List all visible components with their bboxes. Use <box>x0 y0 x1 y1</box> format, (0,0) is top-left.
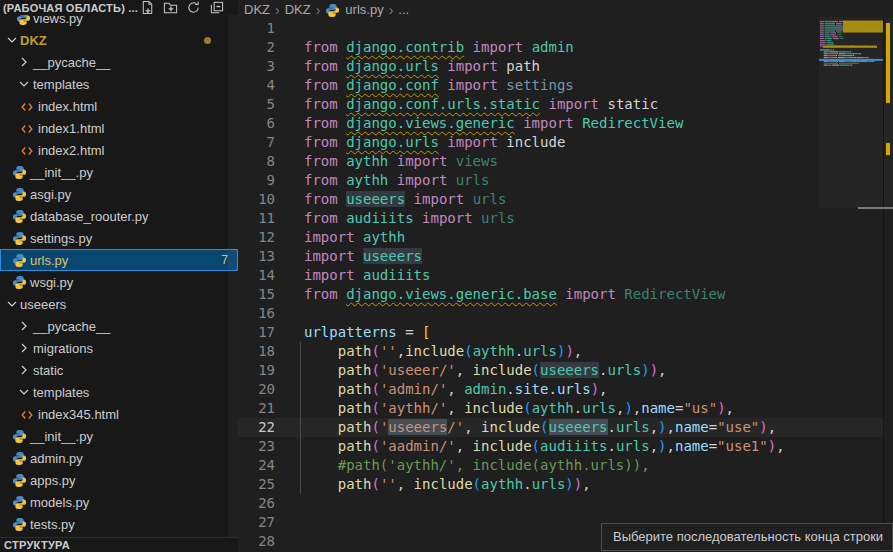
python-file-icon <box>12 495 28 511</box>
tree-item-index1-html[interactable]: index1.html <box>0 117 238 139</box>
warning-marker <box>886 23 890 103</box>
tree-item-label: models.py <box>30 495 89 510</box>
tree-item-label: database_roouter.py <box>30 209 149 224</box>
code-text: from django.views.generic.base import Re… <box>304 285 725 304</box>
tree-item-database-roouter-py[interactable]: database_roouter.py <box>0 205 238 227</box>
code-area[interactable]: 12from django.contrib import admin3from … <box>238 0 893 552</box>
code-text: from audiiits import urls <box>304 209 515 228</box>
code-text: path('admin/', admin.site.urls), <box>304 380 608 399</box>
line-number[interactable]: 12 <box>240 228 275 247</box>
line-number[interactable]: 27 <box>240 513 275 532</box>
line-number[interactable]: 2 <box>240 38 275 57</box>
line-number[interactable]: 22 <box>240 418 275 437</box>
python-file-icon <box>12 429 28 445</box>
line-number[interactable]: 4 <box>240 76 275 95</box>
code-text: import aythh <box>304 228 405 247</box>
code-text: #path('aythh/', include(aythh.urls)), <box>304 456 650 475</box>
line-number[interactable]: 19 <box>240 361 275 380</box>
line-number[interactable]: 10 <box>240 190 275 209</box>
tree-item-index-html[interactable]: index.html <box>0 95 238 117</box>
code-text: from aythh import urls <box>304 171 489 190</box>
tree-item-wsgi-py[interactable]: wsgi.py <box>0 271 238 293</box>
cursor-marker <box>858 207 893 209</box>
tree-item--pycache-[interactable]: __pycache__ <box>0 51 238 73</box>
line-number[interactable]: 3 <box>240 57 275 76</box>
line-number[interactable]: 6 <box>240 114 275 133</box>
line-number[interactable]: 8 <box>240 152 275 171</box>
tree-item-label: __pycache__ <box>33 319 110 334</box>
code-text: path('', include(aythh.urls)), <box>304 475 591 494</box>
line-number[interactable]: 16 <box>240 304 275 323</box>
line-number[interactable]: 7 <box>240 133 275 152</box>
line-number[interactable]: 11 <box>240 209 275 228</box>
tree-item--init-py[interactable]: __init__.py <box>0 161 238 183</box>
python-file-icon <box>12 165 28 181</box>
tree-item-templates[interactable]: templates <box>0 381 238 403</box>
line-number[interactable]: 9 <box>240 171 275 190</box>
line-number[interactable]: 5 <box>240 95 275 114</box>
refresh-explorer-icon[interactable] <box>185 0 201 15</box>
tree-item-static[interactable]: static <box>0 359 238 381</box>
chevron-right-icon <box>16 54 32 70</box>
line-number[interactable]: 24 <box>240 456 275 475</box>
chevron-right-icon <box>16 318 32 334</box>
line-number[interactable]: 17 <box>240 323 275 342</box>
chevron-right-icon <box>16 362 32 378</box>
outline-section-header[interactable]: СТРУКТУРА <box>0 537 238 552</box>
sidebar-scrollbar[interactable] <box>228 15 238 537</box>
file-tree: views.pyDKZ__pycache__templatesindex.htm… <box>0 0 238 537</box>
line-number[interactable]: 23 <box>240 437 275 456</box>
tree-item-label: tests.py <box>30 517 75 532</box>
tree-item-label: templates <box>33 385 89 400</box>
tree-item-migrations[interactable]: migrations <box>0 337 238 359</box>
line-number[interactable]: 14 <box>240 266 275 285</box>
tree-item-label: urls.py <box>30 253 68 268</box>
minimap[interactable] <box>819 18 883 552</box>
tree-item-DKZ[interactable]: DKZ <box>0 29 238 51</box>
line-number[interactable]: 18 <box>240 342 275 361</box>
problems-badge: 7 <box>221 253 228 267</box>
tree-item-apps-py[interactable]: apps.py <box>0 469 238 491</box>
code-text: from useeers import urls <box>304 190 506 209</box>
line-number[interactable]: 20 <box>240 380 275 399</box>
chevron-down-icon <box>4 296 20 312</box>
new-file-icon[interactable] <box>139 0 155 15</box>
tree-item--pycache-[interactable]: __pycache__ <box>0 315 238 337</box>
explorer-section-header[interactable]: (РАБОЧАЯ ОБЛАСТЬ) ... <box>0 0 238 15</box>
warning-marker <box>886 143 890 155</box>
tree-item-label: static <box>33 363 63 378</box>
line-number[interactable]: 13 <box>240 247 275 266</box>
tree-item-admin-py[interactable]: admin.py <box>0 447 238 469</box>
line-number[interactable]: 26 <box>240 494 275 513</box>
collapse-folders-icon[interactable] <box>208 0 224 15</box>
tree-item-urls-py[interactable]: urls.py7 <box>0 249 238 271</box>
tree-item-tests-py[interactable]: tests.py <box>0 513 238 535</box>
tree-item-index345-html[interactable]: index345.html <box>0 403 238 425</box>
line-number[interactable]: 21 <box>240 399 275 418</box>
python-file-icon <box>12 209 28 225</box>
tree-item-models-py[interactable]: models.py <box>0 491 238 513</box>
tree-item-label: index.html <box>38 99 97 114</box>
tree-item--init-py[interactable]: __init__.py <box>0 425 238 447</box>
tree-item-label: index2.html <box>38 143 104 158</box>
code-text: from django.conf import settings <box>304 76 574 95</box>
line-number[interactable]: 25 <box>240 475 275 494</box>
python-file-icon <box>12 517 28 533</box>
tree-item-label: __init__.py <box>30 165 93 180</box>
tree-item-settings-py[interactable]: settings.py <box>0 227 238 249</box>
line-number[interactable]: 15 <box>240 285 275 304</box>
line-number[interactable]: 28 <box>240 532 275 551</box>
html-file-icon <box>20 408 36 424</box>
new-folder-icon[interactable] <box>162 0 178 15</box>
code-text: from django.views.generic import Redirec… <box>304 114 683 133</box>
tree-item-templates[interactable]: templates <box>0 73 238 95</box>
code-text: import useeers <box>304 247 422 266</box>
code-text: urlpatterns = [ <box>304 323 430 342</box>
tree-item-useeers[interactable]: useeers <box>0 293 238 315</box>
code-editor[interactable]: DKZ›DKZ›urls.py›... 12from django.contri… <box>238 0 893 552</box>
explorer-sidebar: (РАБОЧАЯ ОБЛАСТЬ) ... views.pyDKZ__pycac… <box>0 0 238 552</box>
tree-item-asgi-py[interactable]: asgi.py <box>0 183 238 205</box>
minimap-separator <box>883 18 884 552</box>
line-number[interactable]: 1 <box>240 19 275 38</box>
tree-item-index2-html[interactable]: index2.html <box>0 139 238 161</box>
